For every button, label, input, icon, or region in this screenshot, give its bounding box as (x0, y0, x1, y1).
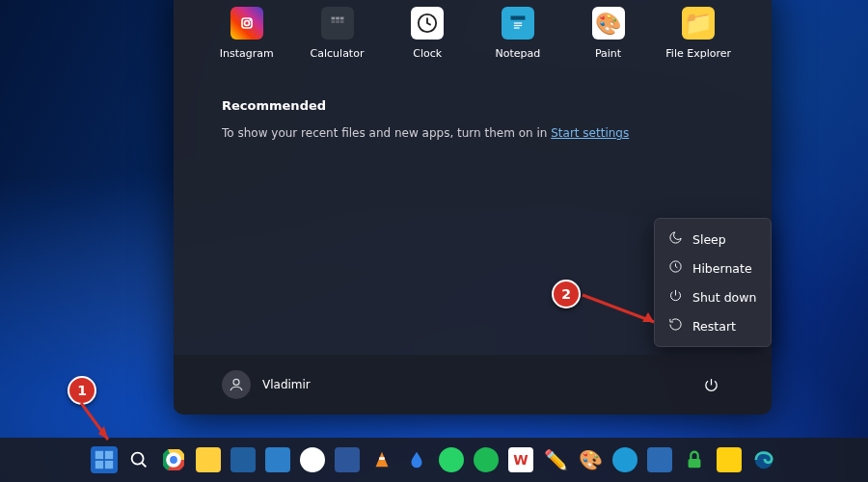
power-menu-shutdown[interactable]: Shut down (655, 282, 771, 311)
app-label: Calculator (311, 47, 365, 60)
taskbar-whatsapp[interactable] (438, 446, 465, 473)
word-icon (335, 447, 360, 472)
power-button[interactable] (698, 372, 723, 397)
taskbar-start[interactable] (91, 446, 118, 473)
pinned-app-calculator[interactable]: Calculator (303, 7, 372, 60)
pinned-apps-row: InstagramCalculatorClockNotepad🎨Paint📁Fi… (174, 0, 772, 67)
power-menu-label: Restart (692, 319, 736, 334)
app-yellow-icon (717, 447, 742, 472)
taskbar: W✏️🎨 (0, 438, 868, 482)
taskbar-waterdrop[interactable] (403, 446, 430, 473)
calculator-icon (231, 447, 256, 472)
app-label: Notepad (495, 47, 540, 60)
taskbar-lock[interactable] (681, 446, 708, 473)
edge-icon (753, 449, 774, 470)
notes-icon (265, 447, 290, 472)
svg-rect-19 (105, 451, 113, 459)
svg-point-1 (244, 21, 249, 26)
start-menu: InstagramCalculatorClockNotepad🎨Paint📁Fi… (174, 0, 772, 415)
paint-icon: 🎨 (592, 7, 625, 40)
windows-icon (94, 449, 115, 470)
refresh-icon (668, 317, 683, 335)
lock-icon (684, 449, 705, 470)
clock-icon (668, 259, 683, 277)
chrome-icon (163, 449, 184, 470)
svg-rect-7 (331, 20, 335, 23)
pinned-app-file-explorer[interactable]: 📁File Explorer (664, 7, 733, 60)
svg-rect-12 (510, 16, 525, 20)
power-menu: SleepHibernateShut downRestart (654, 218, 772, 347)
pinned-app-clock[interactable]: Clock (393, 7, 462, 60)
svg-rect-4 (331, 17, 335, 20)
notepad-icon (502, 7, 534, 40)
annotation-number: 2 (561, 286, 571, 302)
svg-rect-21 (105, 461, 113, 469)
app-label: File Explorer (665, 47, 731, 60)
power-menu-sleep[interactable]: Sleep (655, 225, 771, 254)
taskbar-pencil[interactable]: ✏️ (542, 446, 569, 473)
user-name-label: Vladimir (262, 378, 311, 391)
start-settings-link[interactable]: Start settings (551, 126, 629, 140)
taskbar-comment[interactable] (611, 446, 638, 473)
svg-rect-18 (95, 451, 103, 459)
calculator-icon (321, 7, 354, 40)
taskbar-calculator[interactable] (230, 446, 257, 473)
avatar-icon (222, 370, 251, 399)
taskbar-vlc[interactable] (368, 446, 395, 473)
moon-icon (668, 230, 683, 248)
taskbar-search[interactable] (125, 446, 152, 473)
file-explorer-icon: 📁 (682, 7, 715, 40)
taskbar-app-yellow[interactable] (716, 446, 743, 473)
recommended-text-span: To show your recent files and new apps, … (222, 126, 551, 140)
taskbar-file-explorer[interactable] (195, 446, 222, 473)
recommended-section: Recommended To show your recent files an… (174, 67, 772, 140)
power-menu-label: Sleep (692, 232, 726, 247)
taskbar-messenger[interactable] (299, 446, 326, 473)
recommended-text: To show your recent files and new apps, … (222, 126, 723, 140)
svg-rect-20 (95, 461, 103, 469)
app-label: Clock (413, 47, 442, 60)
vlc-icon (371, 449, 393, 470)
taskbar-paint[interactable]: 🎨 (577, 446, 604, 473)
start-footer: Vladimir (174, 355, 772, 415)
power-menu-label: Shut down (692, 290, 756, 305)
user-account-button[interactable]: Vladimir (222, 370, 311, 399)
recommended-heading: Recommended (222, 98, 723, 113)
pinned-app-notepad[interactable]: Notepad (483, 7, 553, 60)
search-icon (128, 449, 149, 470)
svg-rect-32 (689, 459, 701, 468)
svg-rect-31 (379, 457, 385, 460)
file-explorer-icon (196, 447, 221, 472)
taskbar-word[interactable] (334, 446, 361, 473)
taskbar-app-blue[interactable] (646, 446, 673, 473)
power-icon (668, 288, 683, 306)
taskbar-chrome[interactable] (160, 446, 187, 473)
taskbar-wps[interactable]: W (507, 446, 534, 473)
instagram-icon (231, 7, 263, 40)
pinned-app-paint[interactable]: 🎨Paint (574, 7, 643, 60)
svg-line-23 (142, 463, 147, 468)
svg-point-17 (233, 379, 239, 385)
app-label: Instagram (220, 47, 274, 60)
clock-icon (411, 7, 444, 40)
taskbar-spotify[interactable] (473, 446, 500, 473)
svg-point-2 (249, 19, 251, 21)
taskbar-edge[interactable] (750, 446, 777, 473)
app-label: Paint (595, 47, 621, 60)
power-menu-label: Hibernate (692, 261, 752, 276)
power-menu-restart[interactable]: Restart (655, 311, 771, 340)
annotation-callout-1: 1 (68, 376, 96, 405)
power-menu-hibernate[interactable]: Hibernate (655, 254, 771, 282)
taskbar-notes[interactable] (264, 446, 291, 473)
svg-rect-8 (336, 20, 339, 23)
svg-rect-6 (339, 17, 343, 20)
drop-icon (406, 449, 427, 470)
annotation-number: 1 (77, 383, 87, 398)
svg-rect-9 (339, 20, 343, 23)
app-blue-icon (647, 447, 672, 472)
pinned-app-instagram[interactable]: Instagram (212, 7, 282, 60)
annotation-callout-2: 2 (552, 280, 581, 308)
svg-rect-5 (336, 17, 339, 20)
